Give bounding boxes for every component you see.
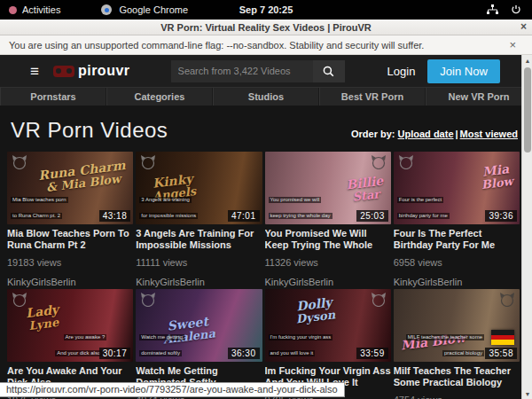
studio-link[interactable]: KinkyGirlsBerlin (265, 277, 391, 287)
video-thumbnail[interactable]: KinkyAngels 3 Angels are trainingfor imp… (136, 152, 262, 224)
thumbnail-captions: Mia Blow teaches pornto Runa Charm pt. 2 (11, 189, 99, 221)
thumbnail-captions: Four is the perfectbirthday party for me (397, 189, 486, 221)
infobar-message: You are using an unsupported command-lin… (9, 40, 509, 51)
nav-item-pornstars[interactable]: Pornstars (0, 88, 106, 106)
search-bar (171, 60, 345, 82)
search-input[interactable] (171, 60, 313, 82)
duration-badge: 33:59 (356, 348, 388, 359)
video-grid: Runa Charm& Mia Blow Mia Blow teaches po… (0, 143, 532, 399)
cat-mask-logo-icon (12, 293, 27, 307)
app-menu-google-chrome[interactable]: Google Chrome (119, 4, 188, 15)
nav-item-studios[interactable]: Studios (213, 88, 319, 106)
video-views: 11111 views (136, 257, 262, 268)
video-card[interactable]: Runa Charm& Mia Blow Mia Blow teaches po… (7, 152, 133, 287)
duration-badge: 25:03 (356, 210, 388, 222)
studio-link[interactable]: KinkyGirlsBerlin (136, 277, 262, 287)
thumbnail-captions: I'm fucking your virgin assand you will … (269, 326, 357, 358)
recording-indicator-icon (9, 6, 17, 14)
video-thumbnail[interactable]: Mia Blow MILF teaches the teacher somepr… (394, 289, 520, 362)
video-thumbnail[interactable]: DollyDyson I'm fucking your virgin assan… (265, 289, 391, 362)
video-card[interactable]: MiaBlow Four is the perfectbirthday part… (394, 152, 520, 287)
scroll-up-icon[interactable]: ▲ (522, 55, 532, 66)
power-icon[interactable] (511, 4, 521, 15)
search-button[interactable] (313, 60, 345, 82)
video-thumbnail[interactable]: BillieStar You promised we willkeep tryi… (265, 152, 391, 224)
sort-upload-date-link[interactable]: Upload date (398, 129, 454, 139)
cat-mask-logo-icon (140, 155, 156, 169)
video-card[interactable]: KinkyAngels 3 Angels are trainingfor imp… (136, 152, 262, 287)
logo-text: pirouvr (78, 63, 130, 79)
page-head: VR Porn Videos Order by: Upload date|Mos… (0, 106, 532, 143)
video-thumbnail[interactable]: MiaBlow Four is the perfectbirthday part… (394, 152, 520, 224)
page-title: VR Porn Videos (11, 118, 168, 143)
duration-badge: 47:01 (228, 210, 260, 222)
german-flag-icon (491, 330, 514, 345)
sort-most-viewed-link[interactable]: Most viewed (460, 129, 518, 139)
scrollbar-thumb[interactable] (524, 67, 531, 153)
video-views: 11326 views (265, 257, 391, 268)
cat-mask-logo-icon (499, 293, 515, 307)
scroll-down-icon[interactable]: ▼ (522, 388, 532, 399)
thumbnail-captions: 3 Angels are trainingfor impossible miss… (139, 189, 228, 221)
order-by: Order by: Upload date|Most viewed (351, 129, 518, 143)
thumbnail-title-art: MiaBlow (480, 162, 514, 191)
duration-badge: 30:17 (99, 348, 131, 359)
cat-mask-logo-icon (371, 155, 387, 169)
desktop-top-bar: Activities Google Chrome Sep 7 20:25 (0, 0, 532, 20)
sort-separator: | (456, 129, 458, 139)
window-close-icon[interactable]: × (520, 20, 527, 33)
thumbnail-captions: Watch me gettingdominated softly (139, 326, 228, 358)
studio-link[interactable]: KinkyGirlsBerlin (394, 277, 520, 287)
network-icon[interactable] (487, 4, 498, 15)
activities-button[interactable]: Activities (22, 4, 60, 15)
video-title[interactable]: Mia Blow Teaches Porn To Runa Charm Pt 2 (7, 228, 133, 251)
video-views: 6958 views (394, 257, 520, 268)
main-nav: Pornstars Categories Studios Best VR Por… (0, 87, 532, 106)
thumbnail-captions: Are you awake ?And your dick also ? (19, 326, 107, 358)
order-by-label: Order by: (351, 129, 395, 139)
browser-title-bar: VR Porn: Virtual Reality Sex Videos | Pi… (0, 20, 532, 35)
duration-badge: 36:30 (228, 348, 260, 359)
video-title[interactable]: Four Is The Perfect Birthday Party For M… (394, 228, 520, 251)
scrollbar[interactable]: ▲ ▼ (521, 55, 532, 399)
video-card[interactable]: Mia Blow MILF teaches the teacher somepr… (394, 289, 520, 399)
duration-badge: 35:58 (485, 348, 517, 359)
join-now-button[interactable]: Join Now (427, 59, 499, 83)
video-thumbnail[interactable]: Runa Charm& Mia Blow Mia Blow teaches po… (7, 152, 133, 224)
cat-mask-logo-icon (371, 293, 387, 307)
window-title: VR Porn: Virtual Reality Sex Videos | Pi… (160, 22, 371, 33)
login-link[interactable]: Login (387, 65, 416, 78)
video-views: 19183 views (7, 257, 133, 268)
video-title[interactable]: You Promised We Will Keep Trying The Who… (265, 228, 391, 251)
nav-item-new-vr-porn[interactable]: New VR Porn (426, 88, 532, 106)
studio-link[interactable]: KinkyGirlsBerlin (7, 277, 133, 287)
video-views: 4754 views (394, 395, 520, 399)
video-card[interactable]: BillieStar You promised we willkeep tryi… (265, 152, 391, 287)
cat-mask-logo-icon (398, 155, 414, 169)
infobar-close-icon[interactable]: × (509, 38, 523, 51)
thumbnail-title-art: DollyDyson (293, 295, 335, 325)
nav-item-best-vr-porn[interactable]: Best VR Porn (319, 88, 426, 106)
chrome-infobar: You are using an unsupported command-lin… (0, 35, 532, 55)
page-content: ≡ pirouvr Login Join Now Pornstars Categ… (0, 55, 532, 399)
chrome-icon (101, 4, 112, 15)
duration-badge: 43:18 (99, 210, 131, 222)
duration-badge: 39:36 (485, 210, 517, 222)
vr-goggles-icon (53, 66, 74, 77)
site-logo[interactable]: pirouvr (53, 63, 130, 79)
site-header: ≡ pirouvr Login Join Now (0, 55, 532, 87)
thumbnail-captions: MILF teaches the teacher somepractical b… (395, 326, 484, 358)
clock[interactable]: Sep 7 20:25 (239, 4, 293, 15)
video-thumbnail[interactable]: SweetAnalena Watch me gettingdominated s… (136, 289, 262, 362)
cat-mask-logo-icon (140, 293, 156, 307)
hamburger-menu-icon[interactable]: ≡ (30, 64, 39, 79)
video-title[interactable]: Milf Teaches The Teacher Some Practical … (394, 365, 520, 388)
nav-item-categories[interactable]: Categories (106, 88, 213, 106)
search-icon (323, 66, 334, 77)
video-title[interactable]: 3 Angels Are Training For Impossible Mis… (136, 228, 262, 251)
cat-mask-logo-icon (12, 155, 27, 169)
thumbnail-captions: You promised we willkeep trying the whol… (269, 189, 357, 221)
status-bar-url: https://pirouvr.com/vr-porn-video/779325… (0, 382, 345, 397)
video-thumbnail[interactable]: LadyLyne Are you awake ?And your dick al… (7, 289, 133, 362)
